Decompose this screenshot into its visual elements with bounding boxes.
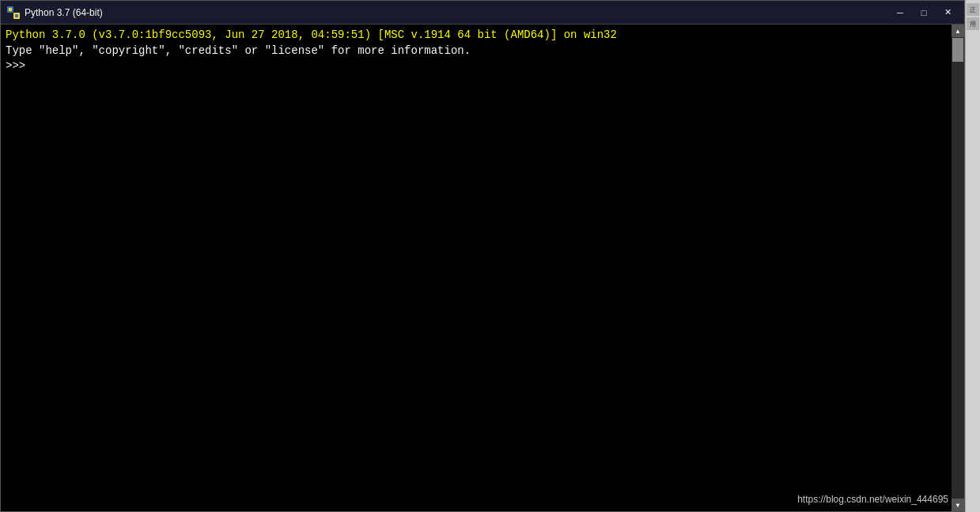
- close-button[interactable]: ✕: [937, 6, 958, 20]
- window-title: Python 3.7 (64-bit): [25, 7, 103, 18]
- right-panel: 正 用: [965, 0, 980, 512]
- title-bar-left: Python 3.7 (64-bit): [7, 6, 103, 19]
- svg-rect-2: [9, 8, 12, 11]
- scroll-track[interactable]: [952, 37, 964, 499]
- title-bar: Python 3.7 (64-bit) ─ □ ✕: [1, 1, 964, 25]
- scrollbar[interactable]: ▲ ▼: [952, 25, 964, 511]
- scroll-thumb[interactable]: [952, 38, 963, 62]
- scroll-down-arrow[interactable]: ▼: [952, 499, 964, 511]
- console-line-1: Python 3.7.0 (v3.7.0:1bf9cc5093, Jun 27 …: [6, 28, 959, 44]
- maximize-button[interactable]: □: [914, 6, 934, 20]
- console-area[interactable]: Python 3.7.0 (v3.7.0:1bf9cc5093, Jun 27 …: [1, 25, 964, 511]
- right-panel-item-2: 用: [967, 17, 979, 30]
- right-panel-item-1: 正: [967, 3, 979, 16]
- console-line-2: Type "help", "copyright", "credits" or "…: [6, 44, 959, 59]
- python-console-window: Python 3.7 (64-bit) ─ □ ✕ Python 3.7.0 (…: [0, 0, 965, 512]
- console-prompt[interactable]: >>>: [6, 59, 959, 74]
- scroll-up-arrow[interactable]: ▲: [952, 25, 964, 37]
- minimize-button[interactable]: ─: [890, 6, 910, 20]
- watermark: https://blog.csdn.net/weixin_444695: [797, 494, 948, 505]
- python-icon: [7, 6, 20, 19]
- svg-rect-3: [15, 14, 18, 17]
- title-bar-controls: ─ □ ✕: [890, 6, 958, 20]
